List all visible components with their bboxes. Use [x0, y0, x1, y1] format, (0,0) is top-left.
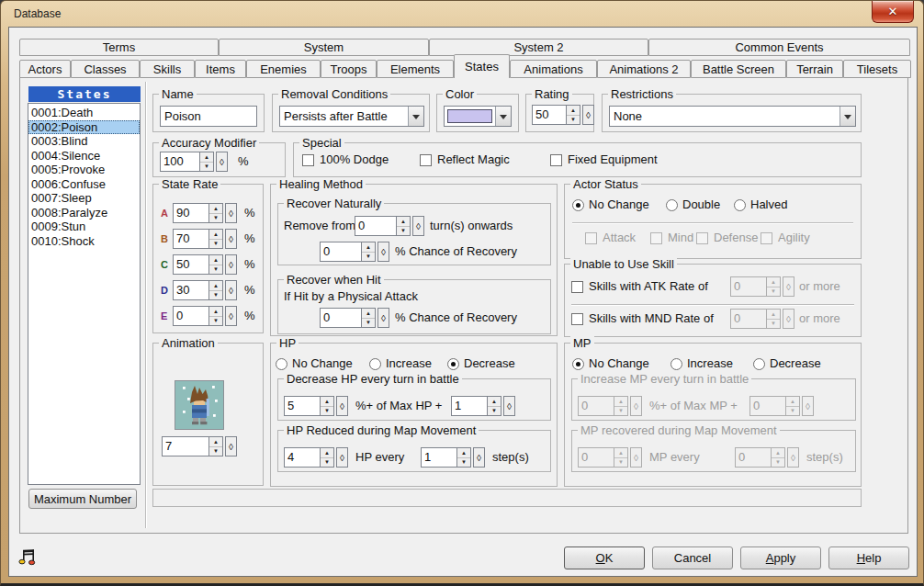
- tab-items[interactable]: Items: [195, 60, 246, 78]
- spinner-diamond-button[interactable]: ◊: [473, 447, 485, 468]
- state-rate-c-spinner[interactable]: 50 ▲▼ ◊: [173, 254, 237, 275]
- actor-status-halved-radio[interactable]: [734, 199, 746, 211]
- hit-chance-value[interactable]: 0: [320, 308, 362, 328]
- tab-animations2[interactable]: Animations 2: [597, 60, 691, 78]
- actor-status-no-change-radio[interactable]: [572, 199, 584, 211]
- ok-button[interactable]: OK: [564, 547, 645, 569]
- hp-map-steps-spinner[interactable]: 1 ▲▼ ◊: [421, 447, 485, 468]
- restrictions-select[interactable]: None: [609, 106, 856, 127]
- state-rate-b-value[interactable]: 70: [173, 229, 209, 249]
- spinner-arrows[interactable]: ▲▼: [209, 203, 223, 223]
- cancel-button[interactable]: Cancel: [652, 547, 733, 569]
- list-item[interactable]: 0010:Shock: [28, 234, 140, 249]
- recover-turns-spinner[interactable]: 0 ▲▼ ◊: [355, 216, 424, 236]
- actor-status-double-radio[interactable]: [666, 199, 678, 211]
- spinner-arrows[interactable]: ▲▼: [209, 280, 223, 300]
- hp-increase-radio[interactable]: [369, 358, 381, 370]
- apply-button[interactable]: Apply: [740, 547, 821, 569]
- tab-enemies[interactable]: Enemies: [246, 60, 321, 78]
- spinner-arrows[interactable]: ▲▼: [321, 396, 334, 416]
- tab-animations[interactable]: Animations: [510, 60, 597, 78]
- spinner-arrows[interactable]: ▲▼: [362, 308, 376, 328]
- list-item[interactable]: 0006:Confuse: [28, 177, 140, 192]
- list-item[interactable]: 0004:Silence: [28, 149, 140, 163]
- state-rate-d-value[interactable]: 30: [173, 280, 209, 300]
- spinner-diamond-button[interactable]: ◊: [225, 306, 237, 326]
- spinner-diamond-button[interactable]: ◊: [336, 396, 348, 416]
- accuracy-value[interactable]: 100: [160, 152, 200, 172]
- spinner-arrows[interactable]: ▲▼: [567, 105, 580, 125]
- spinner-arrows[interactable]: ▲▼: [209, 436, 223, 456]
- spinner-arrows[interactable]: ▲▼: [362, 242, 376, 262]
- list-item-selected[interactable]: 0002:Poison: [28, 120, 140, 135]
- list-item[interactable]: 0003:Blind: [28, 134, 140, 149]
- spinner-diamond-button[interactable]: ◊: [582, 105, 594, 125]
- recover-turns-value[interactable]: 0: [355, 216, 397, 236]
- mp-no-change-radio[interactable]: [572, 358, 584, 370]
- spinner-diamond-button[interactable]: ◊: [412, 216, 424, 236]
- list-item[interactable]: 0005:Provoke: [28, 163, 140, 177]
- hp-map-steps-value[interactable]: 1: [421, 447, 457, 468]
- spinner-diamond-button[interactable]: ◊: [336, 447, 348, 468]
- list-item[interactable]: 0001:Death: [28, 106, 140, 120]
- hp-map-amount-spinner[interactable]: 4 ▲▼ ◊: [284, 447, 348, 468]
- help-button[interactable]: Help: [828, 547, 909, 569]
- rating-spinner[interactable]: 50 ▲▼ ◊: [532, 105, 594, 125]
- tab-elements[interactable]: Elements: [377, 60, 454, 78]
- spinner-diamond-button[interactable]: ◊: [225, 203, 237, 223]
- tab-battle-screen[interactable]: Battle Screen: [691, 60, 786, 78]
- hp-battle-percent-value[interactable]: 5: [284, 396, 321, 416]
- state-rate-b-spinner[interactable]: 70 ▲▼ ◊: [173, 229, 237, 249]
- removal-conditions-select[interactable]: Persists after Battle: [279, 106, 424, 127]
- hp-decrease-radio[interactable]: [447, 358, 459, 370]
- mp-increase-radio[interactable]: [670, 358, 682, 370]
- animation-id-spinner[interactable]: 7 ▲▼ ◊: [162, 436, 237, 456]
- spinner-arrows[interactable]: ▲▼: [457, 447, 471, 468]
- spinner-arrows[interactable]: ▲▼: [200, 152, 214, 172]
- spinner-diamond-button[interactable]: ◊: [377, 242, 389, 262]
- atk-rate-checkbox[interactable]: [571, 281, 583, 293]
- title-bar[interactable]: Database: [1, 1, 923, 27]
- spinner-diamond-button[interactable]: ◊: [225, 229, 237, 249]
- name-input[interactable]: Poison: [160, 106, 257, 127]
- hit-chance-spinner[interactable]: 0 ▲▼ ◊: [320, 308, 389, 328]
- recover-chance-spinner[interactable]: 0 ▲▼ ◊: [320, 242, 389, 262]
- hp-no-change-radio[interactable]: [276, 358, 287, 370]
- hp-map-amount-value[interactable]: 4: [284, 447, 321, 468]
- tab-troops[interactable]: Troops: [321, 60, 377, 78]
- state-rate-a-spinner[interactable]: 90 ▲▼ ◊: [173, 203, 237, 223]
- states-listbox[interactable]: 0001:Death 0002:Poison 0003:Blind 0004:S…: [28, 103, 141, 485]
- spinner-diamond-button[interactable]: ◊: [225, 436, 237, 456]
- list-item[interactable]: 0009:Stun: [28, 220, 140, 234]
- hp-battle-flat-value[interactable]: 1: [451, 396, 488, 416]
- state-rate-e-value[interactable]: 0: [173, 306, 209, 326]
- spinner-arrows[interactable]: ▲▼: [209, 254, 223, 275]
- state-rate-d-spinner[interactable]: 30 ▲▼ ◊: [173, 280, 237, 300]
- spinner-arrows[interactable]: ▲▼: [209, 229, 223, 249]
- hp-battle-percent-spinner[interactable]: 5 ▲▼ ◊: [284, 396, 348, 416]
- spinner-diamond-button[interactable]: ◊: [225, 254, 237, 275]
- spinner-diamond-button[interactable]: ◊: [503, 396, 515, 416]
- state-rate-e-spinner[interactable]: 0 ▲▼ ◊: [173, 306, 237, 326]
- list-item[interactable]: 0008:Paralyze: [28, 206, 140, 220]
- mnd-rate-checkbox[interactable]: [571, 313, 583, 325]
- spinner-arrows[interactable]: ▲▼: [321, 447, 334, 468]
- maximum-number-button[interactable]: Maximum Number: [28, 489, 137, 509]
- tab-states[interactable]: States: [454, 54, 510, 78]
- rating-value[interactable]: 50: [532, 105, 567, 125]
- fixed-equipment-checkbox[interactable]: [550, 154, 562, 166]
- state-rate-a-value[interactable]: 90: [173, 203, 209, 223]
- recover-chance-value[interactable]: 0: [320, 242, 362, 262]
- color-select[interactable]: [444, 106, 512, 127]
- dodge-checkbox[interactable]: [302, 154, 314, 166]
- dropdown-button[interactable]: [408, 107, 423, 126]
- tab-skills[interactable]: Skills: [140, 60, 195, 78]
- tab-tilesets[interactable]: Tilesets: [843, 60, 911, 78]
- list-item[interactable]: 0007:Sleep: [28, 191, 140, 206]
- spinner-diamond-button[interactable]: ◊: [216, 152, 228, 172]
- mp-decrease-radio[interactable]: [753, 358, 765, 370]
- tab-terrain[interactable]: Terrain: [786, 60, 843, 78]
- accuracy-spinner[interactable]: 100 ▲▼ ◊: [160, 152, 228, 172]
- tab-classes[interactable]: Classes: [71, 60, 140, 78]
- dropdown-button[interactable]: [839, 107, 855, 126]
